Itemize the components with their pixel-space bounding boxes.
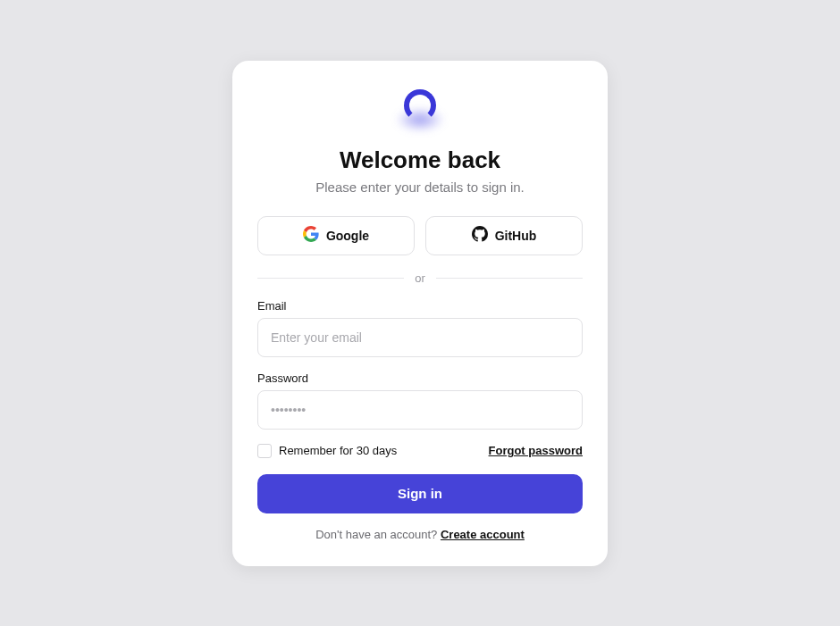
- signin-button[interactable]: Sign in: [257, 474, 583, 513]
- password-field-group: Password: [257, 371, 583, 430]
- divider: or: [257, 271, 583, 285]
- github-signin-button[interactable]: GitHub: [425, 216, 583, 255]
- password-label: Password: [257, 371, 583, 385]
- page-subtitle: Please enter your details to sign in.: [257, 179, 583, 195]
- create-account-link[interactable]: Create account: [441, 528, 525, 541]
- page-title: Welcome back: [257, 146, 583, 174]
- remember-checkbox[interactable]: [257, 444, 272, 458]
- signin-card: Welcome back Please enter your details t…: [232, 61, 608, 566]
- email-input[interactable]: [257, 318, 583, 357]
- email-label: Email: [257, 299, 583, 313]
- google-button-label: Google: [326, 229, 369, 243]
- divider-line-right: [436, 278, 583, 279]
- remember-label: Remember for 30 days: [279, 444, 397, 457]
- email-field-group: Email: [257, 299, 583, 357]
- divider-text: or: [415, 271, 425, 285]
- github-icon: [472, 226, 488, 245]
- footer-prompt: Don't have an account?: [315, 528, 441, 541]
- remember-checkbox-wrap: Remember for 30 days: [257, 444, 397, 458]
- forgot-password-link[interactable]: Forgot password: [489, 444, 583, 457]
- password-input[interactable]: [257, 390, 583, 430]
- google-signin-button[interactable]: Google: [257, 216, 415, 255]
- options-row: Remember for 30 days Forgot password: [257, 444, 583, 458]
- github-button-label: GitHub: [495, 229, 537, 243]
- logo-ring-icon: [404, 89, 436, 121]
- social-buttons-row: Google GitHub: [257, 216, 583, 255]
- divider-line-left: [257, 278, 404, 279]
- google-icon: [303, 226, 319, 245]
- footer: Don't have an account? Create account: [257, 528, 583, 541]
- logo: [257, 89, 583, 129]
